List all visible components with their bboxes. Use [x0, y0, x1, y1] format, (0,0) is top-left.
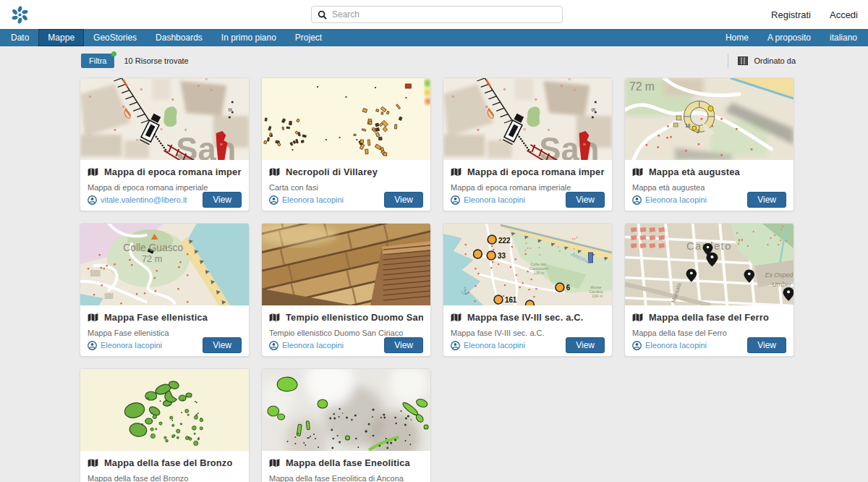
view-button[interactable]: View: [747, 337, 786, 353]
search-icon: [318, 10, 327, 20]
view-button[interactable]: View: [384, 192, 423, 208]
nav-item-italiano[interactable]: italiano: [820, 29, 867, 46]
filter-bar: Filtra 10 Risorse trovate Ordinato da: [0, 46, 868, 69]
author-link[interactable]: Eleonora Iacopini: [632, 341, 707, 350]
map-thumbnail[interactable]: [80, 369, 249, 451]
map-thumbnail[interactable]: San B: [80, 78, 249, 160]
card-title[interactable]: Mappa fase IV-III sec. a.C.: [467, 312, 583, 323]
search-input[interactable]: [332, 9, 556, 20]
card-title[interactable]: Mappa età augustea: [649, 166, 740, 177]
card-subtitle: Mappa della fase Eneolitica di Ancona: [269, 474, 423, 482]
svg-text:Umber: Umber: [772, 281, 792, 288]
map-icon: [632, 313, 643, 322]
map-thumbnail[interactable]: [262, 224, 430, 305]
nav-item-in-primo-piano[interactable]: In primo piano: [212, 29, 286, 46]
card-title[interactable]: Necropoli di Villarey: [286, 166, 378, 177]
map-icon: [269, 313, 280, 322]
card-title[interactable]: Mappa di epoca romana imperiale: [104, 166, 242, 177]
author-avatar-icon: [88, 195, 97, 205]
author-name: Eleonora Iacopini: [645, 195, 707, 204]
filter-active-badge: [111, 51, 116, 56]
svg-text:222: 222: [498, 237, 511, 245]
map-icon: [632, 167, 643, 177]
cards-grid-icon: [738, 56, 748, 65]
svg-text:33: 33: [498, 252, 506, 260]
nav-item-mappe[interactable]: Mappe: [38, 29, 84, 46]
main-navbar: DatoMappeGeoStoriesDashboardsIn primo pi…: [0, 29, 868, 46]
author-name: Eleonora Iacopini: [464, 195, 525, 204]
view-button[interactable]: View: [203, 337, 242, 353]
author-avatar-icon: [88, 341, 97, 350]
map-thumbnail[interactable]: ⚓ Ancona Colle dei Cappuccini 106 m Mont…: [443, 224, 612, 305]
card-subtitle: Mappa età augustea: [632, 183, 786, 192]
author-link[interactable]: Eleonora Iacopini: [451, 341, 525, 350]
map-thumbnail[interactable]: 18 2 72 m: [625, 78, 793, 160]
card-title[interactable]: Mappa di epoca romana imperiale: [467, 166, 605, 177]
resource-card: Cardeto Ex Osped Umber Marsala Mappa del…: [624, 223, 794, 357]
author-link[interactable]: vitale.valentino@libero.it: [88, 195, 187, 205]
map-icon: [88, 458, 98, 468]
nav-item-a-proposito[interactable]: A proposito: [758, 29, 820, 46]
nav-item-home[interactable]: Home: [716, 29, 758, 46]
card-subtitle: Mappa Fase ellenistica: [88, 329, 242, 337]
map-thumbnail[interactable]: San B: [443, 78, 612, 160]
author-name: Eleonora Iacopini: [645, 341, 707, 350]
card-title[interactable]: Mappa della fase del Ferro: [649, 312, 769, 323]
login-link[interactable]: Accedi: [830, 9, 858, 20]
map-icon: [88, 313, 98, 322]
resource-card: Mappa della fase del Bronzo Mappa della …: [80, 368, 250, 482]
author-link[interactable]: Eleonora Iacopini: [269, 195, 344, 205]
svg-text:⚓: ⚓: [461, 286, 470, 295]
view-button[interactable]: View: [747, 192, 786, 208]
svg-text:72 m: 72 m: [142, 253, 163, 264]
author-link[interactable]: Eleonora Iacopini: [632, 195, 707, 205]
view-button[interactable]: View: [384, 337, 423, 353]
resource-card: San B Mappa di epoca romana imperiale: [80, 77, 250, 211]
author-avatar-icon: [451, 195, 460, 205]
view-button[interactable]: View: [566, 192, 605, 208]
author-link[interactable]: Eleonora Iacopini: [88, 341, 162, 350]
svg-text:6: 6: [566, 284, 571, 292]
card-title[interactable]: Mappa della fase del Bronzo: [104, 457, 232, 468]
svg-text:72 m: 72 m: [629, 80, 655, 93]
page: Registrati Accedi DatoMappeGeoStoriesDas…: [0, 0, 868, 482]
navbar-right: HomeA propositoitaliano: [716, 29, 867, 46]
author-name: Eleonora Iacopini: [101, 341, 162, 350]
resource-card: ⚓ Ancona Colle dei Cappuccini 106 m Mont…: [443, 223, 613, 357]
nav-item-dato[interactable]: Dato: [1, 29, 38, 46]
card-title[interactable]: Mappa Fase ellenistica: [104, 312, 208, 323]
map-thumbnail[interactable]: Cardeto Ex Osped Umber Marsala: [625, 224, 793, 305]
filter-button[interactable]: Filtra: [81, 54, 114, 68]
author-link[interactable]: Eleonora Iacopini: [269, 341, 344, 350]
register-link[interactable]: Registrati: [771, 9, 811, 20]
author-avatar-icon: [632, 195, 642, 205]
geonode-logo-icon[interactable]: [10, 5, 30, 25]
resource-card: 18 2 72 m Mappa età augustea Mappa età a…: [624, 77, 794, 211]
svg-text:Ex Osped: Ex Osped: [765, 271, 793, 279]
map-thumbnail[interactable]: [262, 369, 430, 451]
nav-item-geostories[interactable]: GeoStories: [84, 29, 146, 46]
map-thumbnail[interactable]: Colle Guasco 72 m: [80, 224, 249, 305]
card-subtitle: Mappa fase IV-III sec. a.C.: [451, 329, 605, 337]
author-avatar-icon: [451, 341, 460, 350]
card-title[interactable]: Mappa della fase Eneolitica: [286, 457, 410, 468]
author-avatar-icon: [632, 341, 642, 350]
resource-card: Necropoli di Villarey Carta con fasi Ele…: [261, 77, 431, 211]
sort-label: Ordinato da: [754, 56, 796, 65]
author-link[interactable]: Eleonora Iacopini: [451, 195, 525, 205]
svg-text:Colle Guasco: Colle Guasco: [123, 242, 183, 253]
sort-control[interactable]: Ordinato da: [728, 54, 796, 68]
map-icon: [88, 167, 98, 177]
map-thumbnail[interactable]: [262, 78, 430, 160]
map-icon: [451, 313, 461, 322]
view-button[interactable]: View: [566, 337, 605, 353]
nav-item-project[interactable]: Project: [286, 29, 331, 46]
card-title[interactable]: Tempio ellenistico Duomo San Ciriaco: [286, 312, 423, 323]
view-button[interactable]: View: [203, 192, 242, 208]
nav-item-dashboards[interactable]: Dashboards: [146, 29, 212, 46]
card-subtitle: Mappa di epoca romana imperiale: [88, 183, 242, 192]
results-count: 10 Risorse trovate: [124, 56, 188, 65]
svg-text:2: 2: [697, 129, 699, 134]
card-subtitle: Mappa di epoca romana imperiale: [451, 183, 605, 192]
navbar-left: DatoMappeGeoStoriesDashboardsIn primo pi…: [1, 29, 331, 46]
